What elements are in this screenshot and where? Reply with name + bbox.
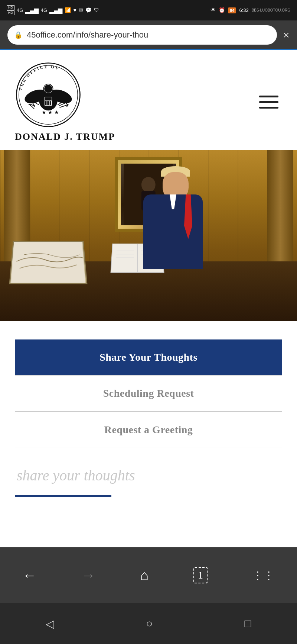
- forward-button[interactable]: →: [81, 567, 95, 583]
- signal-4g-1: 4G: [17, 7, 23, 13]
- svg-rect-11: [47, 101, 49, 105]
- svg-rect-9: [45, 97, 52, 100]
- battery-level: 94: [228, 7, 236, 13]
- button-group: Share Your Thoughts Scheduling Request R…: [15, 339, 282, 448]
- eye-icon: 👁: [210, 7, 216, 13]
- brand-text: BBS·LUOBOTOU.ORG: [252, 8, 290, 12]
- share-thoughts-button[interactable]: Share Your Thoughts: [15, 339, 282, 375]
- signal-bars-2: ▂▄▆: [49, 7, 62, 14]
- tie: [184, 194, 192, 239]
- scheduling-request-button[interactable]: Scheduling Request: [15, 375, 282, 412]
- back-button[interactable]: ←: [22, 567, 36, 583]
- map-svg: [10, 242, 86, 283]
- hero-image: [0, 150, 297, 321]
- status-bar-left: HD HD 4G ▂▄▆ 4G ▂▄▆ 📶 ♥ ✉ 💬 🛡: [7, 5, 99, 15]
- svg-point-7: [44, 85, 52, 93]
- address-bar: 🔒 45office.com/info/share-your-thou ×: [0, 20, 297, 50]
- svg-rect-18: [11, 242, 85, 283]
- svg-rect-10: [45, 101, 47, 105]
- hd-badge-2: HD: [7, 10, 14, 15]
- time-display: 6:32: [239, 7, 248, 13]
- android-nav-bar: ◁ ○ □: [0, 603, 297, 644]
- shield-icon: 🛡: [94, 7, 99, 13]
- hamburger-menu[interactable]: [255, 92, 282, 112]
- suit-body: [143, 194, 203, 269]
- android-back-button[interactable]: ◁: [46, 617, 54, 630]
- chat-icon: 💬: [85, 7, 92, 13]
- status-bar: HD HD 4G ▂▄▆ 4G ▂▄▆ 📶 ♥ ✉ 💬 🛡 👁 ⏰ 94 6:3…: [0, 0, 297, 20]
- hamburger-line-1: [259, 96, 278, 97]
- hd-badge-1: HD: [7, 5, 14, 10]
- site-header: THE OFFICE OF ★ ★ ★ DONALD J. T: [0, 50, 297, 150]
- url-display[interactable]: 45office.com/info/share-your-thou: [27, 30, 270, 40]
- heart-icon: ♥: [73, 7, 76, 13]
- site-title: DONALD J. TRUMP: [15, 131, 115, 142]
- android-home-button[interactable]: ○: [146, 617, 153, 630]
- table-map: [9, 241, 88, 284]
- lock-icon: 🔒: [14, 31, 22, 39]
- signal-bars-1: ▂▄▆: [25, 7, 38, 14]
- header-left: THE OFFICE OF ★ ★ ★ DONALD J. T: [15, 61, 115, 142]
- home-button[interactable]: ⌂: [140, 567, 149, 583]
- main-content: Share Your Thoughts Scheduling Request R…: [0, 321, 297, 508]
- svg-text:★ ★ ★: ★ ★ ★: [42, 109, 59, 115]
- alarm-icon: ⏰: [219, 7, 225, 13]
- svg-rect-12: [50, 101, 52, 105]
- close-tab-button[interactable]: ×: [283, 29, 290, 41]
- browser-nav-bar: ← → ⌂ 1 ⋮⋮: [0, 547, 297, 603]
- hero-scene: [0, 150, 297, 321]
- hamburger-line-2: [259, 101, 278, 103]
- address-input-wrap[interactable]: 🔒 45office.com/info/share-your-thou: [7, 25, 277, 45]
- section-title: share your thoughts: [15, 467, 282, 484]
- office-seal: THE OFFICE OF ★ ★ ★: [15, 61, 82, 128]
- blue-underline: [15, 495, 111, 497]
- request-greeting-button[interactable]: Request a Greeting: [15, 412, 282, 448]
- tabs-button[interactable]: 1: [193, 567, 208, 583]
- mail-icon: ✉: [79, 7, 83, 13]
- signal-4g-2: 4G: [41, 7, 47, 13]
- wifi-icon: 📶: [65, 7, 71, 13]
- person-figure: [132, 172, 214, 269]
- hamburger-line-3: [259, 107, 278, 109]
- android-recents-button[interactable]: □: [244, 617, 251, 630]
- status-bar-right: 👁 ⏰ 94 6:32 BBS·LUOBOTOU.ORG: [210, 7, 290, 13]
- more-menu-button[interactable]: ⋮⋮: [252, 569, 275, 582]
